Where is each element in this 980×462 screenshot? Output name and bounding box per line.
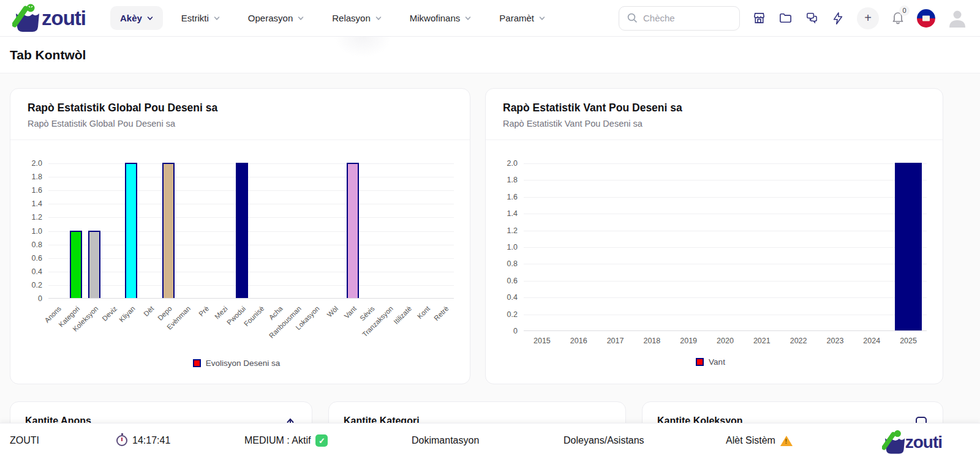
app-logo[interactable]: zouti xyxy=(12,4,86,33)
nav-item-aky[interactable]: Akèy xyxy=(110,6,163,30)
x-tick-label: Wòl xyxy=(325,305,339,318)
y-tick-label: 0.8 xyxy=(32,240,42,249)
chart-subtitle: Rapò Estatistik Global Pou Deseni sa xyxy=(28,119,453,129)
x-tick-label: Mezi xyxy=(213,305,229,321)
chevron-down-icon xyxy=(539,15,545,21)
storefront-icon[interactable] xyxy=(752,11,766,26)
x-tick-label: 2021 xyxy=(753,337,771,345)
footer-link-system-alert[interactable]: Alèt Sistèm xyxy=(726,432,793,449)
add-button[interactable]: + xyxy=(857,7,879,29)
x-tick-label: 2017 xyxy=(607,337,624,345)
page-title: Tab Kontwòl xyxy=(10,48,86,62)
x-tick-label: Deviz xyxy=(100,305,118,322)
logo-wordmark: zouti xyxy=(42,7,86,30)
x-tick-label: 2016 xyxy=(570,337,587,345)
check-icon: ✓ xyxy=(315,434,328,447)
nav-item-estrikti[interactable]: Estrikti xyxy=(172,6,230,30)
x-tick-label: Dèt xyxy=(142,305,155,318)
x-tick-label: Vant xyxy=(342,305,358,320)
notification-badge: 0 xyxy=(899,6,910,16)
bar-koleksyon xyxy=(88,231,100,299)
x-tick-label: Itilizatè xyxy=(392,305,413,326)
search-input[interactable] xyxy=(643,13,717,23)
chevron-down-icon xyxy=(375,15,382,21)
avatar[interactable] xyxy=(947,8,968,29)
legend-label: Evolisyon Deseni sa xyxy=(206,359,281,368)
footer-clock: 14:17:41 xyxy=(116,432,170,449)
sales-stats-chart: 2.01.81.61.41.21.00.80.60.40.20201520162… xyxy=(486,140,943,367)
nav-item-operasyon[interactable]: Operasyon xyxy=(238,6,314,30)
y-tick-label: 0 xyxy=(513,327,518,335)
x-tick-label: Retrè xyxy=(432,305,450,322)
x-tick-label: Founisè xyxy=(243,305,265,327)
global-stats-chart: 2.01.81.61.41.21.00.80.60.40.20AnonsKate… xyxy=(10,140,470,368)
y-tick-label: 0 xyxy=(38,294,42,303)
y-tick-label: 1.0 xyxy=(32,227,42,236)
sales-stats-card: Rapò Estatistik Vant Pou Deseni sa Rapò … xyxy=(485,88,943,384)
x-tick-label: 2020 xyxy=(717,337,734,345)
footer-logo: zouti xyxy=(882,430,942,455)
y-tick-label: 1.6 xyxy=(507,193,518,201)
dropdown-shadow xyxy=(334,37,392,58)
x-tick-label: 2023 xyxy=(827,337,844,345)
bar-kliyan xyxy=(125,163,137,298)
dashboard-content: Rapò Estatistik Global Pou Deseni sa Rap… xyxy=(0,73,980,462)
bar-vant xyxy=(347,163,359,298)
bar-kategori xyxy=(70,231,82,299)
legend-label: Vant xyxy=(709,357,725,367)
footer-app-name: ZOUTI xyxy=(10,432,39,449)
x-tick-label: Prè xyxy=(197,305,210,318)
folder-icon[interactable] xyxy=(778,11,793,26)
legend-swatch xyxy=(696,358,704,366)
bar-2025 xyxy=(895,163,922,330)
chart-legend: Evolisyon Deseni sa xyxy=(19,359,454,368)
warning-icon xyxy=(780,436,793,446)
haiti-flag-icon[interactable] xyxy=(917,9,935,28)
footer-status: MEDIUM : Aktif ✓ xyxy=(244,432,328,449)
footer-link-documentation[interactable]: Dokimantasyon xyxy=(412,432,479,449)
chart-title: Rapò Estatistik Global Pou Deseni sa xyxy=(28,102,453,114)
y-tick-label: 0.2 xyxy=(507,310,518,319)
nav-label: Akèy xyxy=(120,13,142,23)
x-tick-label: 2022 xyxy=(790,337,807,345)
legend-swatch xyxy=(193,359,201,367)
footer-link-support[interactable]: Doleyans/Asistans xyxy=(564,432,644,449)
notifications-bell[interactable]: 0 xyxy=(891,10,905,27)
page-title-strip: Tab Kontwòl xyxy=(0,37,980,73)
x-tick-label: 2018 xyxy=(643,337,660,345)
nav-item-mikwofinans[interactable]: Mikwofinans xyxy=(400,6,481,30)
nav-label: Estrikti xyxy=(181,13,209,23)
chat-icon[interactable] xyxy=(804,11,819,26)
zouti-logo-icon xyxy=(12,4,44,33)
y-tick-label: 1.8 xyxy=(507,176,518,184)
footer-time: 14:17:41 xyxy=(132,435,170,446)
x-tick-label: Kont xyxy=(416,305,431,320)
search-icon xyxy=(627,13,638,23)
main-nav: AkèyEstriktiOperasyonRelasyonMikwofinans… xyxy=(110,6,555,30)
nav-item-paramt[interactable]: Paramèt xyxy=(489,6,555,30)
nav-item-relasyon[interactable]: Relasyon xyxy=(322,6,391,30)
y-tick-label: 1.2 xyxy=(32,213,42,222)
y-tick-label: 1.8 xyxy=(32,173,42,181)
bolt-icon[interactable] xyxy=(831,11,845,26)
bar-pwodui xyxy=(236,163,248,298)
chevron-down-icon xyxy=(465,15,471,21)
x-tick-label: 2015 xyxy=(533,337,551,345)
chart-title: Rapò Estatistik Vant Pou Deseni sa xyxy=(503,102,925,114)
x-tick-label: 2019 xyxy=(680,337,697,345)
y-tick-label: 1.4 xyxy=(507,209,518,218)
footer-alert-text: Alèt Sistèm xyxy=(726,435,775,446)
search-input-wrap[interactable] xyxy=(619,6,740,31)
logo-wordmark: zouti xyxy=(905,433,942,452)
chevron-down-icon xyxy=(147,15,153,21)
y-tick-label: 0.6 xyxy=(32,254,42,263)
nav-label: Paramèt xyxy=(499,13,534,23)
y-tick-label: 0.4 xyxy=(32,267,42,276)
stopwatch-icon xyxy=(116,435,127,446)
x-tick-label: Kliyan xyxy=(118,305,137,324)
plot-area xyxy=(48,163,454,299)
plot-area xyxy=(524,163,927,331)
y-tick-label: 0.2 xyxy=(32,281,42,289)
y-tick-label: 1.6 xyxy=(32,186,42,195)
global-stats-card: Rapò Estatistik Global Pou Deseni sa Rap… xyxy=(10,88,470,384)
